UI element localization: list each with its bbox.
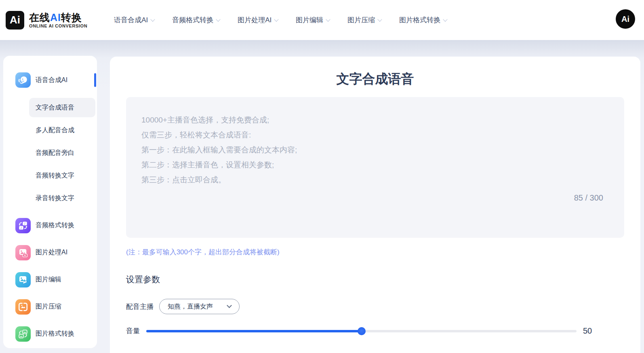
sidebar-item-label: 图片编辑 [36,275,61,284]
sidebar-app-items: ♪♪ 音频格式转换 AI 图片处理AI 图片编辑 图片压缩 [3,212,97,347]
main-panel: 文字合成语音 85 / 300 (注：最多可输入300个字，超出部分合成将被截断… [110,57,640,353]
image-format-convert-icon [15,326,31,342]
chevron-down-icon [216,17,221,21]
image-ai-icon: AI [15,245,31,260]
sidebar-item-label: 音频格式转换 [36,221,74,230]
sidebar-subitems: 文字合成语音 多人配音合成 音频配音旁白 音频转换文字 录音转换文字 [3,98,97,208]
main-nav: 语音合成AI 音频格式转换 图片处理AI 图片编辑 图片压缩 图片格式转换 [114,15,447,25]
text-input-container: 85 / 300 [126,97,624,238]
volume-label: 音量 [126,326,140,336]
voice-row: 配音主播 知燕，直播女声 [126,299,624,314]
voice-select-value: 知燕，直播女声 [168,302,213,311]
sidebar-item-audio-to-text[interactable]: 音频转换文字 [29,166,95,185]
nav-item-label: 图片处理AI [238,15,271,25]
sidebar-item-image-edit[interactable]: 图片编辑 [3,266,97,293]
page-title: 文字合成语音 [126,70,624,88]
image-compress-icon [15,299,31,315]
sidebar-item-audio-format-convert[interactable]: ♪♪ 音频格式转换 [3,212,97,239]
chevron-down-icon [274,17,279,21]
active-group-indicator [94,73,96,87]
voice-label: 配音主播 [126,302,154,311]
chevron-down-icon [443,17,448,21]
svg-text:AI: AI [24,254,26,256]
nav-item-audio-format[interactable]: 音频格式转换 [172,15,220,25]
nav-item-label: 图片压缩 [347,15,375,25]
char-counter: 85 / 300 [574,193,603,203]
text-input[interactable] [126,97,624,238]
voice-select[interactable]: 知燕，直播女声 [159,299,240,314]
logo[interactable]: Ai 在线AI转换 ONLINE AI CONVERSION [6,11,87,30]
content-area: 语音合成AI 文字合成语音 多人配音合成 音频配音旁白 音频转换文字 录音转换文… [0,40,644,353]
logo-title: 在线AI转换 [29,12,87,23]
chevron-down-icon [227,303,232,308]
input-note: (注：最多可输入300个字，超出部分合成将被截断) [126,247,624,257]
nav-item-image-compress[interactable]: 图片压缩 [347,15,381,25]
sidebar-item-label: 图片压缩 [36,302,61,311]
sidebar-group-label: 语音合成AI [36,76,67,85]
sidebar-item-audio-narration[interactable]: 音频配音旁白 [29,143,95,163]
logo-title-highlight: AI [50,12,61,23]
volume-row: 音量 50 [126,326,624,336]
svg-text:♪: ♪ [20,226,22,229]
nav-item-image-format[interactable]: 图片格式转换 [399,15,447,25]
nav-item-label: 音频格式转换 [172,15,213,25]
logo-title-suffix: 转换 [61,12,82,23]
image-edit-icon [15,272,31,287]
sidebar: 语音合成AI 文字合成语音 多人配音合成 音频配音旁白 音频转换文字 录音转换文… [3,56,97,348]
user-avatar[interactable]: Ai [616,9,635,29]
logo-subtitle: ONLINE AI CONVERSION [29,23,87,28]
svg-text:♪: ♪ [24,222,25,225]
sidebar-item-image-ai[interactable]: AI 图片处理AI [3,239,97,266]
nav-item-label: 语音合成AI [114,15,148,25]
volume-value: 50 [580,326,624,336]
volume-slider-handle[interactable] [358,327,366,335]
volume-slider[interactable] [146,327,577,335]
sidebar-item-multi-voice[interactable]: 多人配音合成 [29,120,95,140]
volume-slider-fill [146,330,362,332]
nav-item-label: 图片编辑 [296,15,323,25]
nav-item-image-ai[interactable]: 图片处理AI [238,15,278,25]
sidebar-item-recording-to-text[interactable]: 录音转换文字 [29,188,95,208]
nav-item-speech-synthesis[interactable]: 语音合成AI [114,15,154,25]
sidebar-item-label: 图片格式转换 [36,330,74,338]
sidebar-item-label: 图片处理AI [36,248,67,257]
chevron-down-icon [378,17,382,21]
logo-icon: Ai [6,11,24,30]
nav-item-image-edit[interactable]: 图片编辑 [296,15,330,25]
sidebar-item-text-to-speech[interactable]: 文字合成语音 [29,98,95,117]
chevron-down-icon [326,17,330,21]
params-heading: 设置参数 [126,274,624,285]
audio-format-convert-icon: ♪♪ [15,218,31,233]
logo-text: 在线AI转换 ONLINE AI CONVERSION [29,12,87,28]
chevron-down-icon [151,17,155,21]
logo-title-prefix: 在线 [29,12,50,23]
sidebar-item-image-format-convert[interactable]: 图片格式转换 [3,320,97,347]
top-navbar: Ai 在线AI转换 ONLINE AI CONVERSION 语音合成AI 音频… [0,0,644,40]
nav-item-label: 图片格式转换 [399,15,440,25]
speech-synthesis-icon [15,72,31,88]
sidebar-item-image-compress[interactable]: 图片压缩 [3,293,97,320]
sidebar-group-speech-synthesis[interactable]: 语音合成AI [3,68,97,92]
